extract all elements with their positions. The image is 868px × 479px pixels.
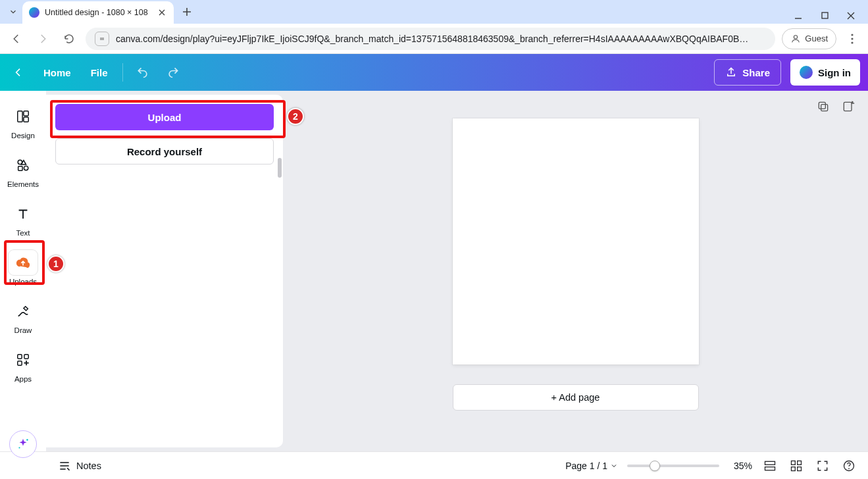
help-icon bbox=[842, 459, 855, 472]
rail-elements[interactable]: Elements bbox=[3, 149, 43, 192]
svg-rect-14 bbox=[819, 102, 825, 109]
zoom-percent[interactable]: 35% bbox=[728, 461, 752, 471]
tab-search-dropdown[interactable] bbox=[4, 3, 22, 21]
svg-point-3 bbox=[851, 38, 853, 39]
svg-rect-15 bbox=[821, 105, 828, 111]
canva-favicon bbox=[29, 7, 39, 18]
svg-rect-21 bbox=[792, 461, 796, 465]
sparkle-icon bbox=[16, 437, 30, 451]
svg-rect-9 bbox=[18, 166, 22, 170]
apps-icon bbox=[14, 351, 32, 368]
nav-back-home[interactable] bbox=[8, 63, 29, 82]
duplicate-page-button[interactable] bbox=[815, 99, 831, 114]
chevron-down-icon bbox=[610, 462, 618, 470]
panel-scrollbar[interactable] bbox=[278, 158, 282, 178]
svg-rect-0 bbox=[822, 13, 828, 18]
rail-design[interactable]: Design bbox=[3, 100, 43, 143]
uploads-panel: Upload Record yourself bbox=[46, 95, 283, 447]
svg-rect-23 bbox=[792, 466, 796, 470]
window-maximize[interactable] bbox=[819, 12, 830, 20]
svg-point-2 bbox=[851, 34, 853, 36]
notes-icon bbox=[58, 459, 71, 472]
editor-footer: Notes Page 1 / 1 35% bbox=[0, 451, 868, 479]
profile-chip[interactable]: Guest bbox=[782, 28, 836, 49]
record-yourself-button[interactable]: Record yourself bbox=[55, 138, 274, 164]
page-tools bbox=[815, 99, 856, 114]
callout-number-1: 1 bbox=[47, 255, 64, 272]
browser-tab[interactable]: Untitled design - 1080 × 108 bbox=[22, 1, 174, 24]
browser-toolbar: canva.com/design/play?ui=eyJFljp7IkE_Ijo… bbox=[0, 24, 868, 54]
browser-menu[interactable] bbox=[843, 30, 861, 48]
kebab-icon bbox=[851, 34, 854, 44]
signin-button[interactable]: Sign in bbox=[790, 59, 860, 86]
callout-number-2: 2 bbox=[287, 108, 304, 125]
svg-rect-13 bbox=[18, 361, 22, 365]
reload-icon bbox=[63, 33, 75, 45]
svg-point-1 bbox=[794, 35, 798, 38]
nav-back[interactable] bbox=[7, 29, 26, 49]
tab-title: Untitled design - 1080 × 108 bbox=[45, 8, 151, 17]
redo-icon bbox=[166, 66, 180, 79]
undo-button[interactable] bbox=[132, 62, 153, 83]
cloud-upload-icon bbox=[14, 254, 32, 271]
svg-rect-5 bbox=[18, 111, 22, 122]
zoom-thumb[interactable] bbox=[650, 461, 660, 471]
app-header: Home File Share Sign in bbox=[0, 54, 868, 91]
close-icon bbox=[159, 9, 165, 16]
rail-text[interactable]: Text bbox=[3, 197, 43, 241]
add-page-icon-button[interactable] bbox=[840, 99, 856, 114]
nav-reload[interactable] bbox=[59, 29, 79, 49]
svg-rect-22 bbox=[798, 461, 802, 465]
browser-tabstrip: Untitled design - 1080 × 108 bbox=[0, 0, 868, 24]
svg-rect-24 bbox=[798, 466, 802, 470]
svg-rect-16 bbox=[844, 102, 852, 111]
shapes-icon bbox=[14, 157, 32, 174]
list-view-icon bbox=[763, 459, 777, 472]
address-bar[interactable]: canva.com/design/play?ui=eyJFljp7IkE_Ijo… bbox=[86, 28, 775, 50]
svg-rect-20 bbox=[765, 466, 775, 470]
share-icon bbox=[725, 66, 737, 78]
svg-rect-11 bbox=[18, 355, 22, 359]
window-controls bbox=[793, 12, 868, 24]
svg-point-18 bbox=[18, 447, 20, 448]
undo-icon bbox=[136, 66, 149, 79]
page-indicator[interactable]: Page 1 / 1 bbox=[565, 461, 618, 471]
plus-icon bbox=[182, 7, 191, 16]
svg-rect-12 bbox=[24, 355, 28, 359]
share-button[interactable]: Share bbox=[714, 59, 781, 86]
svg-rect-6 bbox=[24, 111, 28, 116]
svg-point-4 bbox=[851, 41, 853, 43]
magic-assist-button[interactable] bbox=[9, 430, 37, 458]
site-info-icon[interactable] bbox=[95, 32, 109, 46]
home-link[interactable]: Home bbox=[38, 63, 76, 82]
view-grid-button[interactable] bbox=[788, 457, 805, 474]
add-page-button[interactable]: + Add page bbox=[453, 384, 699, 411]
canvas-area: + Add page bbox=[283, 91, 868, 451]
rail-uploads[interactable]: Uploads bbox=[3, 246, 43, 290]
notes-button[interactable]: Notes bbox=[58, 459, 101, 472]
fullscreen-button[interactable] bbox=[814, 457, 831, 474]
view-list-button[interactable] bbox=[761, 457, 779, 474]
upload-button[interactable]: Upload bbox=[55, 104, 274, 130]
template-icon bbox=[14, 108, 32, 125]
svg-point-17 bbox=[26, 439, 28, 441]
url-text: canva.com/design/play?ui=eyJFljp7IkE_Ijo… bbox=[116, 34, 766, 44]
fullscreen-icon bbox=[816, 459, 829, 472]
help-button[interactable] bbox=[840, 457, 857, 474]
tab-close-button[interactable] bbox=[157, 7, 167, 18]
canva-logo-icon bbox=[800, 66, 813, 79]
rail-apps[interactable]: Apps bbox=[3, 343, 43, 387]
redo-button[interactable] bbox=[163, 62, 184, 83]
chevron-down-icon bbox=[9, 7, 18, 16]
nav-forward[interactable] bbox=[33, 29, 53, 49]
design-page[interactable] bbox=[453, 118, 699, 365]
rail-draw[interactable]: Draw bbox=[3, 295, 43, 338]
file-menu[interactable]: File bbox=[86, 63, 113, 82]
zoom-slider[interactable] bbox=[627, 465, 719, 467]
zoom-track[interactable] bbox=[627, 465, 719, 467]
window-close[interactable] bbox=[846, 12, 856, 20]
new-tab-button[interactable] bbox=[178, 3, 196, 21]
add-page-icon bbox=[842, 100, 855, 113]
user-icon bbox=[790, 34, 801, 44]
window-minimize[interactable] bbox=[793, 12, 804, 20]
